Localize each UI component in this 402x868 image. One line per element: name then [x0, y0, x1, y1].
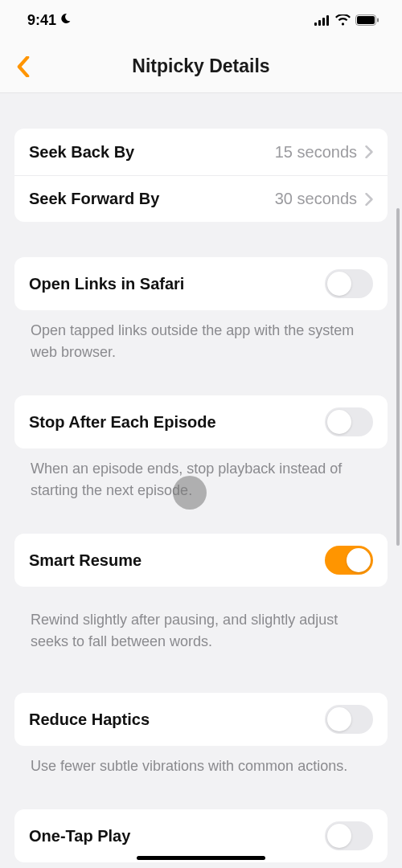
settings-scroll-area[interactable]: Seek Back By 15 seconds Seek Forward By … [0, 93, 402, 868]
one-tap-label: One-Tap Play [29, 827, 130, 845]
open-links-row: Open Links in Safari [14, 257, 388, 310]
do-not-disturb-icon [59, 12, 72, 29]
reduce-haptics-toggle[interactable] [325, 705, 373, 734]
smart-resume-group: Smart Resume [14, 534, 388, 587]
status-time: 9:41 [27, 12, 56, 29]
seek-forward-value: 30 seconds [275, 190, 357, 208]
svg-rect-1 [318, 20, 321, 26]
seek-back-value: 15 seconds [275, 143, 357, 162]
svg-rect-6 [377, 18, 379, 23]
reduce-haptics-group: Reduce Haptics [14, 693, 388, 746]
reduce-haptics-row: Reduce Haptics [14, 693, 388, 746]
svg-rect-5 [357, 16, 375, 24]
open-links-label: Open Links in Safari [29, 275, 184, 293]
stop-after-row: Stop After Each Episode [14, 395, 388, 448]
reduce-haptics-footer: Use fewer subtle vibrations with common … [14, 755, 388, 800]
one-tap-toggle[interactable] [325, 821, 373, 850]
smart-resume-label: Smart Resume [29, 551, 142, 570]
chevron-right-icon [365, 193, 373, 206]
one-tap-group: One-Tap Play [14, 809, 388, 862]
chevron-right-icon [365, 145, 373, 158]
smart-resume-row: Smart Resume [14, 534, 388, 587]
smart-resume-toggle[interactable] [325, 546, 373, 575]
page-title: Nitpicky Details [0, 55, 402, 77]
smart-resume-footer: Rewind slightly after pausing, and sligh… [14, 609, 388, 675]
seek-group: Seek Back By 15 seconds Seek Forward By … [14, 129, 388, 222]
svg-rect-3 [326, 15, 329, 26]
back-button[interactable] [10, 50, 37, 84]
open-links-footer: Open tapped links outside the app with t… [14, 320, 388, 386]
home-indicator[interactable] [137, 856, 265, 860]
one-tap-row: One-Tap Play [14, 809, 388, 862]
svg-rect-0 [314, 23, 317, 26]
seek-back-row[interactable]: Seek Back By 15 seconds [14, 129, 388, 175]
seek-forward-label: Seek Forward By [29, 190, 159, 208]
battery-icon [355, 14, 379, 26]
status-left: 9:41 [27, 12, 72, 29]
cellular-signal-icon [314, 15, 330, 26]
seek-back-label: Seek Back By [29, 143, 134, 162]
stop-after-footer: When an episode ends, stop playback inst… [14, 458, 388, 524]
status-bar: 9:41 [0, 0, 402, 40]
reduce-haptics-label: Reduce Haptics [29, 710, 150, 729]
seek-forward-row[interactable]: Seek Forward By 30 seconds [14, 175, 388, 222]
wifi-icon [335, 14, 351, 26]
svg-rect-2 [322, 18, 325, 26]
stop-after-toggle[interactable] [325, 407, 373, 436]
scroll-indicator[interactable] [396, 208, 400, 546]
open-links-group: Open Links in Safari [14, 257, 388, 310]
status-right [314, 14, 379, 26]
stop-after-group: Stop After Each Episode [14, 395, 388, 448]
open-links-toggle[interactable] [325, 269, 373, 298]
stop-after-label: Stop After Each Episode [29, 413, 216, 432]
navigation-bar: Nitpicky Details [0, 40, 402, 93]
